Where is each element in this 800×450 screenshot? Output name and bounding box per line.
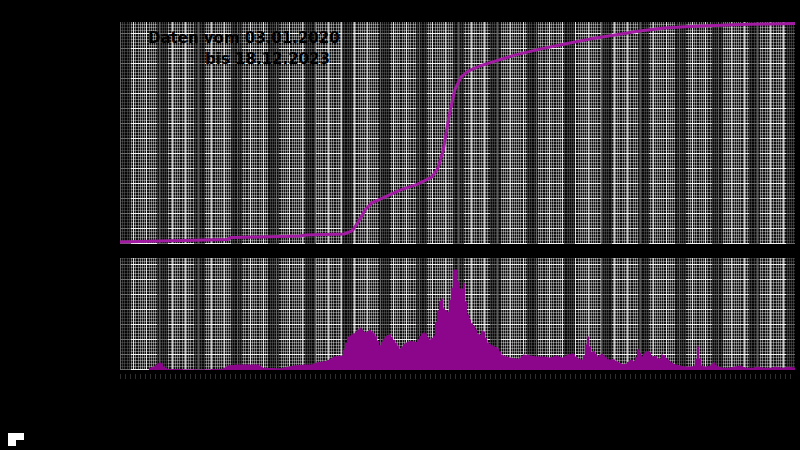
chart-title-line1: Daten vom 03.01.2020 xyxy=(148,28,340,49)
screen: Daten vom 03.01.2020 bis 18.12.2023 xyxy=(0,0,800,450)
corner-glyph-part xyxy=(8,440,16,446)
chart-title-line2: bis 18.12.2023 xyxy=(205,49,330,70)
x-axis-tick-marks xyxy=(120,374,795,379)
daily-chart-panel xyxy=(120,258,795,370)
daily-bars-plot xyxy=(120,258,795,370)
corner-glyph xyxy=(8,433,24,446)
corner-glyph-part xyxy=(8,433,24,440)
